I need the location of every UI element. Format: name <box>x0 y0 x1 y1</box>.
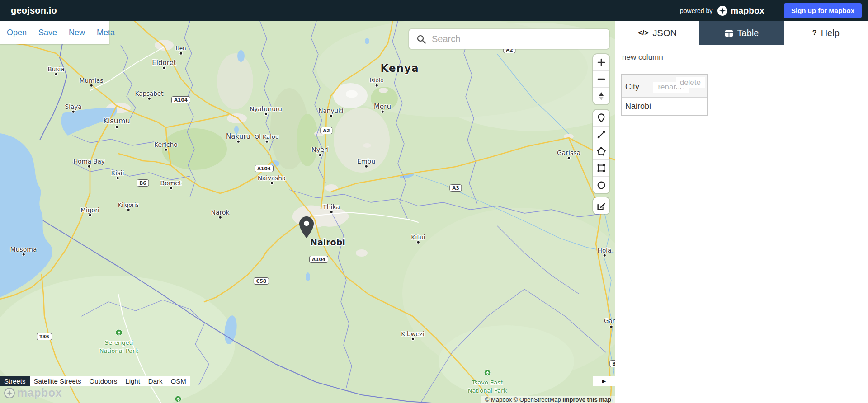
map-town-label: Garsen <box>604 317 615 324</box>
delete-column-button[interactable]: delete <box>676 77 705 88</box>
map-town-dot <box>271 182 273 184</box>
tab-json-label: JSON <box>653 28 677 38</box>
app-title: geojson.io <box>11 5 57 16</box>
topbar-divider <box>774 0 774 21</box>
circle-tool-icon <box>596 180 606 190</box>
park-icon <box>175 396 182 403</box>
mapbox-logo-icon <box>717 5 728 16</box>
compass-button[interactable] <box>593 88 609 104</box>
map-country-label: Kenya <box>381 62 419 74</box>
menu-open[interactable]: Open <box>7 28 27 37</box>
road-shield: A2 <box>320 127 332 134</box>
style-option-osm[interactable]: OSM <box>167 376 190 386</box>
map-town-label: Kisii <box>111 169 124 177</box>
map-town-dot <box>382 111 384 113</box>
map-town-dot <box>23 253 25 256</box>
map-town-dot <box>117 177 119 179</box>
map-town-label: Embu <box>357 158 375 165</box>
mapbox-brand: mapbox <box>717 5 764 16</box>
draw-polygon-tool[interactable] <box>593 143 609 160</box>
park-label: Tsavo EastNational Park <box>468 379 507 394</box>
map-town-dot <box>237 141 240 143</box>
map-town-label: Kericho <box>154 141 178 148</box>
map-canvas[interactable]: Kenya BusiaMumiasEldoretItenKapsabetSiay… <box>0 21 615 403</box>
search-box <box>409 29 609 49</box>
zoom-in-button[interactable] <box>593 54 609 71</box>
tab-table-label: Table <box>737 28 759 38</box>
map-town-dot <box>417 241 420 244</box>
polygon-tool-icon <box>596 146 606 156</box>
map-town-dot <box>330 211 333 213</box>
map-town-dot <box>116 126 118 128</box>
map-town-dot <box>163 67 165 69</box>
map-town-dot <box>376 84 378 87</box>
road-shield: B6 <box>137 179 149 187</box>
map-town-dot <box>266 141 268 143</box>
map-town-dot <box>88 165 90 168</box>
map-town-dot <box>219 216 222 219</box>
map-town-label: Hola <box>598 247 611 254</box>
signup-mapbox-button[interactable]: Sign up for Mapbox <box>784 3 862 18</box>
tab-json[interactable]: </> JSON <box>615 21 699 45</box>
map-town-label: Mumias <box>80 77 103 84</box>
map-town-label: Meru <box>374 103 391 111</box>
map-town-label: Isiolo <box>369 77 383 84</box>
map-marker-pin[interactable] <box>298 216 315 239</box>
map-town-dot <box>604 254 606 257</box>
map-town-label: Nyahururu <box>250 105 282 112</box>
panel-tabs: </> JSON Table ? Help <box>615 21 868 45</box>
tab-table[interactable]: Table <box>699 21 783 45</box>
basemap-style-switcher: StreetsSatellite StreetsOutdoorsLightDar… <box>0 376 190 386</box>
style-option-outdoors[interactable]: Outdoors <box>85 376 122 386</box>
draw-rectangle-tool[interactable] <box>593 160 609 177</box>
table-column-header: City delete rename <box>622 75 707 97</box>
style-option-dark[interactable]: Dark <box>144 376 167 386</box>
table-cell-value[interactable]: Nairobi <box>622 97 707 115</box>
map-town-dot <box>165 149 167 151</box>
topbar-right-cluster: powered by mapbox Sign up for Mapbox <box>680 0 862 21</box>
style-option-light[interactable]: Light <box>121 376 144 386</box>
style-option-satellite-streets[interactable]: Satellite Streets <box>30 376 85 386</box>
column-name[interactable]: City <box>625 82 639 91</box>
road-shield: T36 <box>37 333 52 340</box>
tab-help[interactable]: ? Help <box>784 21 868 45</box>
map-town-dot <box>148 98 151 100</box>
map-town-dot <box>330 115 332 117</box>
zoom-controls <box>593 54 609 104</box>
edit-pencil-icon <box>596 201 606 211</box>
park-icon <box>484 370 491 376</box>
edit-features-button[interactable] <box>593 197 609 214</box>
line-tool-icon <box>596 130 606 140</box>
marker-tool-icon <box>596 113 606 123</box>
minus-icon <box>597 75 605 83</box>
draw-circle-tool[interactable] <box>593 177 609 193</box>
search-input[interactable] <box>432 34 609 44</box>
new-column-button[interactable]: new column <box>622 53 663 62</box>
draw-marker-tool[interactable] <box>593 110 609 127</box>
road-shield: A104 <box>255 165 274 172</box>
road-shield: A104 <box>309 256 328 263</box>
map-town-label: Thika <box>323 203 340 211</box>
powered-by-label: powered by <box>680 7 712 14</box>
search-icon <box>416 34 426 44</box>
menu-save[interactable]: Save <box>38 28 57 37</box>
attribution-improve-link[interactable]: Improve this map <box>562 396 611 403</box>
map-town-label: Musoma <box>10 246 37 253</box>
attribution-mapbox-link[interactable]: © Mapbox <box>485 396 512 403</box>
map-town-label: Kisumu <box>103 117 130 125</box>
menu-new[interactable]: New <box>69 28 85 37</box>
map-town-dot <box>265 113 267 115</box>
menu-meta[interactable]: Meta <box>97 28 115 37</box>
map-town-dot <box>610 326 613 328</box>
attribution-osm-link[interactable]: © OpenStreetMap <box>514 396 561 403</box>
mapbox-logo-text: mapbox <box>731 6 764 16</box>
road-shield: A3 <box>449 184 462 192</box>
geojson-io-app: Kenya BusiaMumiasEldoretItenKapsabetSiay… <box>0 0 868 403</box>
map-town-dot <box>127 209 130 211</box>
attribution-collapse-button[interactable]: ▶ <box>593 376 615 386</box>
style-option-streets[interactable]: Streets <box>0 376 30 386</box>
zoom-out-button[interactable] <box>593 71 609 88</box>
draw-line-tool[interactable] <box>593 127 609 143</box>
map-town-dot <box>72 111 75 113</box>
map-town-label: Garissa <box>557 149 580 156</box>
